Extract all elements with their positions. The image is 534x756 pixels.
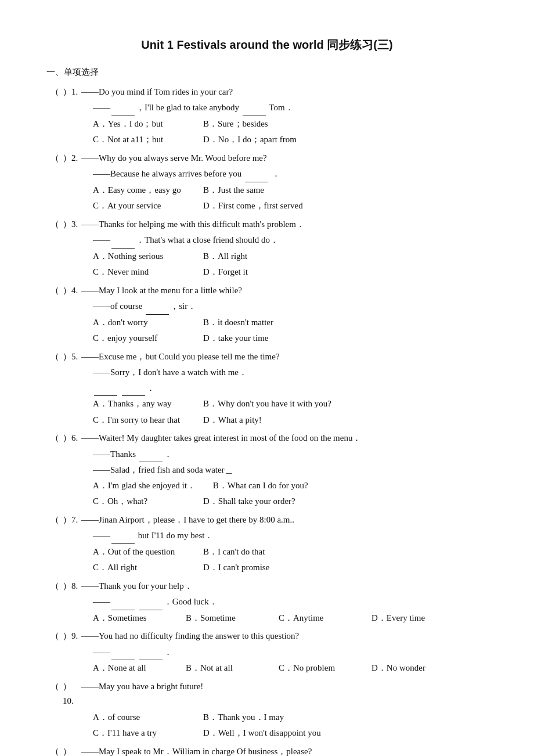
q4-text1: ——May I look at the menu for a little wh… [81, 283, 488, 298]
q2-opt-a: A．Easy come，easy go [93, 183, 186, 198]
q5-text1: ——Excuse me，but Could you please tell me… [81, 350, 488, 365]
q4-opt-b: B．it doesn't matter [203, 315, 296, 330]
section-header: 一、单项选择 [46, 65, 488, 80]
q2-dialogue: ——Because he always arrives before you ． [46, 167, 488, 182]
q2-opt-c: C．At your service [93, 199, 186, 214]
qnum-5: ）5. [63, 350, 81, 365]
paren-11: （ [46, 744, 63, 757]
question-4: （ ）4. ——May I look at the menu for a lit… [46, 283, 488, 346]
q9-opt-c: C．No problem [279, 661, 360, 676]
q4-dialogue: ——of course ，sir． [46, 299, 488, 315]
paren-3: （ [46, 217, 63, 232]
q3-options2: C．Never mind D．Forget it [46, 265, 488, 280]
q9-options: A．None at all B．Not at all C．No problem … [46, 661, 488, 676]
q1-options2: C．Not at a11；but D．No，I do；apart from [46, 132, 488, 147]
q5-opt-b: B．Why don't you have it with you? [203, 397, 331, 412]
q9-opt-b: B．Not at all [186, 661, 267, 676]
question-7: （ ）7. ——Jinan Airport，please．I have to g… [46, 513, 488, 575]
paren-8: （ [46, 579, 63, 594]
qnum-11: ）11. [63, 744, 81, 757]
q6-opt-a: A．I'm glad she enjoyed it． [93, 478, 196, 494]
q7-opt-c: C．All right [93, 560, 186, 575]
question-3: （ ）3. ——Thanks for helping me with this … [46, 217, 488, 280]
q6-text1: ——Waiter! My daughter takes great intere… [81, 431, 488, 446]
q8-opt-c: C．Anytime [279, 611, 360, 626]
q4-opt-a: A．don't worry [93, 315, 186, 330]
qnum-10: ）10. [63, 679, 81, 709]
qnum-4: ）4. [63, 283, 81, 298]
q10-opt-a: A．of course [93, 710, 186, 725]
question-8: （ ）8. ——Thank you for your help． —— ．Goo… [46, 579, 488, 626]
q5-opt-d: D．What a pity! [203, 413, 296, 428]
paren-7: （ [46, 513, 63, 528]
q4-opt-c: C．enjoy yourself [93, 331, 186, 346]
q1-opt-c: C．Not at a11；but [93, 132, 186, 147]
q7-text1: ——Jinan Airport，please．I have to get the… [81, 513, 488, 528]
question-11: （ ）11. ——May I speak to Mr．William in ch… [46, 744, 488, 757]
question-6: （ ）6. ——Waiter! My daughter takes great … [46, 431, 488, 509]
q10-opt-d: D．Well，I won't disappoint you [203, 726, 321, 741]
qnum-9: ）9. [63, 629, 81, 644]
paren-1: （ [46, 85, 63, 100]
q10-options: A．of course B．Thank you．I may [46, 710, 488, 725]
q6-opt-b: B．What can I do for you? [213, 478, 308, 494]
q5-opt-c: C．I'm sorry to hear that [93, 413, 186, 428]
q8-text1: ——Thank you for your help． [81, 579, 488, 594]
q6-opt-c: C．Oh，what? [93, 494, 186, 509]
q1-dialogue: —— ，I'll be glad to take anybody Tom． [46, 100, 488, 116]
q5-dialogue1: ——Sorry，I don't have a watch with me． [46, 365, 488, 380]
question-5: （ ）5. ——Excuse me，but Could you please t… [46, 350, 488, 428]
paren-2: （ [46, 151, 63, 166]
q7-opt-a: A．Out of the question [93, 545, 186, 560]
q4-options2: C．enjoy yourself D．take your time [46, 331, 488, 346]
page-title: Unit 1 Festivals around the world 同步练习(三… [46, 35, 488, 55]
q2-text1: ——Why do you always serve Mr. Wood befor… [81, 151, 488, 166]
q11-text1: ——May I speak to Mr．William in charge Of… [81, 744, 488, 757]
qnum-7: ）7. [63, 513, 81, 528]
qnum-6: ）6. [63, 431, 81, 446]
question-9: （ ）9. ——You had no difficulty finding th… [46, 629, 488, 676]
question-10: （ ）10. ——May you have a bright future! A… [46, 679, 488, 741]
q9-opt-d: D．No wonder [371, 661, 453, 676]
q5-opt-a: A．Thanks，any way [93, 397, 186, 412]
paren-5: （ [46, 350, 63, 365]
question-1: （ ）1. ——Do you mind if Tom rides in your… [46, 85, 488, 147]
q2-opt-d: D．First come，first served [203, 199, 303, 214]
q5-options2: C．I'm sorry to hear that D．What a pity! [46, 413, 488, 428]
qnum-3: ）3. [63, 217, 81, 232]
q10-options2: C．I'11 have a try D．Well，I won't disappo… [46, 726, 488, 741]
paren-6: （ [46, 431, 63, 446]
q3-text1: ——Thanks for helping me with this diffic… [81, 217, 488, 232]
q1-text1: ——Do you mind if Tom rides in your car? [81, 85, 488, 100]
q3-opt-b: B．All right [203, 249, 296, 264]
q7-options: A．Out of the question B．I can't do that [46, 545, 488, 560]
q6-opt-d: D．Shall take your order? [203, 494, 296, 509]
q3-opt-d: D．Forget it [203, 265, 296, 280]
q7-dialogue: —— but I'11 do my best． [46, 528, 488, 544]
q8-opt-b: B．Sometime [186, 611, 267, 626]
q7-opt-b: B．I can't do that [203, 545, 296, 560]
q1-opt-a: A．Yes．I do；but [93, 117, 186, 132]
paren-4: （ [46, 283, 63, 298]
q4-opt-d: D．take your time [203, 331, 296, 346]
qnum-2: ）2. [63, 151, 81, 166]
qnum-1: ）1. [63, 85, 81, 100]
q6-options: A．I'm glad she enjoyed it． B．What can I … [46, 478, 488, 494]
question-2: （ ）2. ——Why do you always serve Mr. Wood… [46, 151, 488, 214]
q6-dialogue1: ——Thanks ． [46, 447, 488, 463]
q1-opt-d: D．No，I do；apart from [203, 132, 297, 147]
q8-dialogue: —— ．Good luck． [46, 595, 488, 610]
q10-opt-b: B．Thank you．I may [203, 710, 296, 725]
q10-opt-c: C．I'11 have a try [93, 726, 186, 741]
q3-opt-c: C．Never mind [93, 265, 186, 280]
q2-options: A．Easy come，easy go B．Just the same [46, 183, 488, 198]
paren-10: （ [46, 679, 63, 694]
q9-opt-a: A．None at all [93, 661, 174, 676]
q4-options: A．don't worry B．it doesn't matter [46, 315, 488, 330]
q8-options: A．Sometimes B．Sometime C．Anytime D．Every… [46, 611, 488, 626]
qnum-8: ）8. [63, 579, 81, 594]
q7-opt-d: D．I can't promise [203, 560, 296, 575]
paren-9: （ [46, 629, 63, 644]
q1-opt-b: B．Sure；besides [203, 117, 296, 132]
q1-options: A．Yes．I do；but B．Sure；besides [46, 117, 488, 132]
